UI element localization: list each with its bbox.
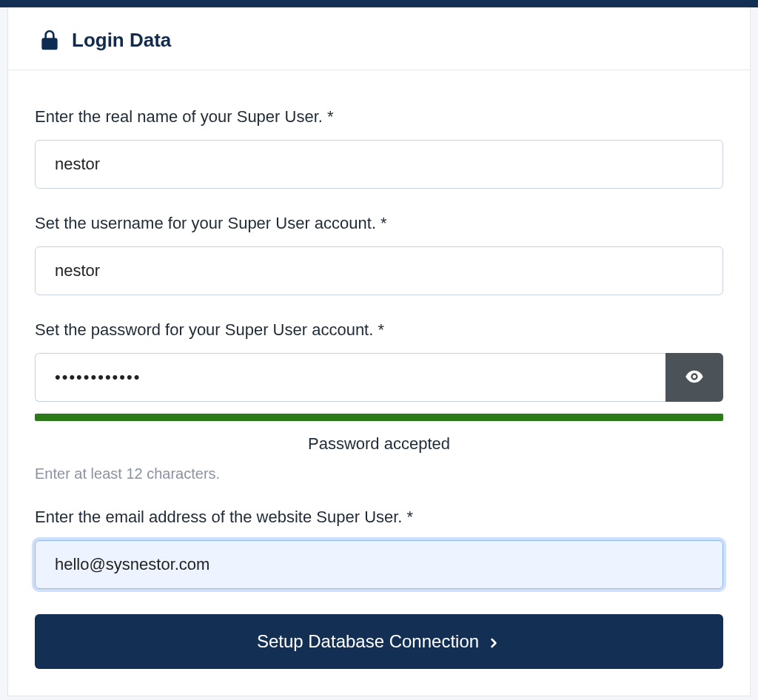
chevron-right-icon — [486, 634, 501, 649]
login-card: Login Data Enter the real name of your S… — [7, 7, 751, 696]
email-group: Enter the email address of the website S… — [35, 508, 723, 589]
username-label: Set the username for your Super User acc… — [35, 214, 723, 233]
password-label: Set the password for your Super User acc… — [35, 320, 723, 340]
email-label: Enter the email address of the website S… — [35, 508, 723, 527]
password-hint: Enter at least 12 characters. — [35, 465, 723, 482]
password-input[interactable] — [35, 353, 665, 402]
password-group: Set the password for your Super User acc… — [35, 320, 723, 482]
password-row — [35, 353, 723, 402]
email-input[interactable] — [35, 540, 723, 589]
setup-database-button[interactable]: Setup Database Connection — [35, 614, 723, 669]
toggle-password-button[interactable] — [665, 353, 723, 402]
password-status: Password accepted — [35, 434, 723, 454]
realname-group: Enter the real name of your Super User. … — [35, 107, 723, 189]
realname-label: Enter the real name of your Super User. … — [35, 107, 723, 127]
password-strength-bar — [35, 414, 723, 421]
top-bar — [0, 0, 758, 7]
submit-button-label: Setup Database Connection — [257, 631, 479, 652]
section-title: Login Data — [72, 29, 171, 52]
lock-icon — [38, 28, 61, 52]
form-area: Enter the real name of your Super User. … — [8, 70, 750, 696]
eye-icon — [684, 366, 705, 389]
card-header: Login Data — [8, 7, 750, 70]
username-group: Set the username for your Super User acc… — [35, 214, 723, 295]
username-input[interactable] — [35, 246, 723, 295]
realname-input[interactable] — [35, 140, 723, 189]
